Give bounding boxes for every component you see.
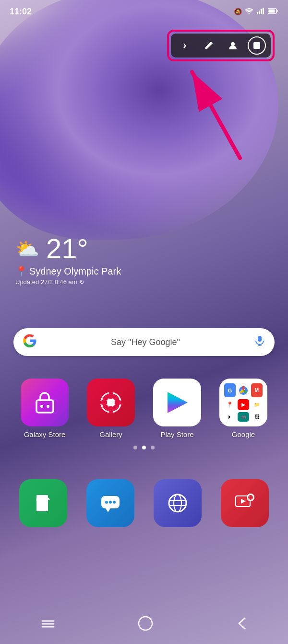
page-dot-1[interactable] xyxy=(133,446,137,449)
microphone-icon[interactable] xyxy=(254,335,265,349)
app-item-galaxy-store[interactable]: Galaxy Store xyxy=(21,379,69,438)
home-button[interactable] xyxy=(138,616,153,634)
svg-marker-28 xyxy=(168,392,188,413)
messages-icon[interactable] xyxy=(86,479,134,527)
refresh-icon: ↻ xyxy=(79,278,84,286)
weather-widget: ⛅ 21° 📍 Sydney Olympic Park Updated 27/2… xyxy=(15,235,121,286)
weather-location: 📍 Sydney Olympic Park xyxy=(15,265,121,277)
svg-rect-12 xyxy=(258,336,262,342)
person-button[interactable] xyxy=(224,36,242,55)
forward-button[interactable]: › xyxy=(176,36,194,55)
svg-rect-6 xyxy=(269,10,275,13)
svg-point-27 xyxy=(107,399,115,406)
svg-point-34 xyxy=(113,501,116,504)
mute-icon: 🔕 xyxy=(234,8,242,15)
pink-highlight-box: › xyxy=(167,30,275,61)
svg-rect-47 xyxy=(139,617,152,630)
weather-icon: ⛅ xyxy=(15,238,39,260)
screen-recorder-icon[interactable] xyxy=(221,479,269,527)
weather-temperature: 21° xyxy=(46,235,88,263)
stop-button[interactable] xyxy=(248,36,266,55)
svg-point-43 xyxy=(248,495,253,500)
status-bar: 11:02 🔕 xyxy=(0,0,288,23)
weather-main: ⛅ 21° xyxy=(15,235,121,263)
dock xyxy=(0,479,288,527)
battery-icon xyxy=(268,8,278,15)
svg-point-35 xyxy=(169,494,186,512)
browser-icon[interactable] xyxy=(154,479,202,527)
svg-point-36 xyxy=(174,494,181,512)
gallery-icon xyxy=(87,379,135,426)
app-grid: Galaxy Store Gallery xyxy=(0,379,288,438)
app-item-gallery[interactable]: Gallery xyxy=(87,379,135,438)
google-folder-icon: G M 📍 ▶ 📁 ⏵ xyxy=(219,379,267,426)
toolbar: › xyxy=(171,34,271,58)
navigation-bar xyxy=(0,606,288,644)
svg-rect-1 xyxy=(257,12,258,14)
phone-icon[interactable] xyxy=(19,479,67,527)
toolbar-container: › xyxy=(167,30,275,61)
svg-point-33 xyxy=(109,501,112,504)
page-dot-3[interactable] xyxy=(151,446,155,449)
edit-button[interactable] xyxy=(200,36,218,55)
svg-point-8 xyxy=(231,42,235,46)
google-label: Google xyxy=(232,430,255,438)
galaxy-store-icon xyxy=(21,379,69,426)
svg-point-16 xyxy=(40,405,43,408)
gallery-label: Gallery xyxy=(99,430,122,438)
app-item-google[interactable]: G M 📍 ▶ 📁 ⏵ xyxy=(219,379,267,438)
recents-button[interactable] xyxy=(41,618,55,632)
svg-point-32 xyxy=(105,501,108,504)
location-pin-icon: 📍 xyxy=(15,265,27,277)
status-time: 11:02 xyxy=(10,7,32,17)
back-button[interactable] xyxy=(236,617,247,633)
svg-rect-2 xyxy=(259,11,260,14)
play-store-label: Play Store xyxy=(160,430,193,438)
page-indicator xyxy=(0,446,288,449)
play-store-icon xyxy=(153,379,201,426)
app-item-play-store[interactable]: Play Store xyxy=(153,379,201,438)
svg-rect-15 xyxy=(36,400,53,413)
svg-rect-4 xyxy=(263,8,264,14)
signal-icon xyxy=(256,8,265,16)
google-logo xyxy=(23,334,36,350)
svg-rect-7 xyxy=(277,10,278,12)
search-bar[interactable]: Say "Hey Google" xyxy=(13,328,275,356)
wallpaper xyxy=(0,0,288,644)
weather-updated: Updated 27/2 8:46 am ↻ xyxy=(15,278,121,286)
galaxy-store-label: Galaxy Store xyxy=(24,430,66,438)
svg-point-0 xyxy=(249,13,250,14)
svg-rect-3 xyxy=(261,9,262,14)
wifi-icon xyxy=(245,8,253,16)
svg-point-17 xyxy=(47,405,49,408)
page-dot-2[interactable] xyxy=(142,446,146,449)
search-placeholder: Say "Hey Google" xyxy=(42,337,249,347)
status-icons: 🔕 xyxy=(234,8,278,16)
svg-rect-9 xyxy=(253,42,260,49)
